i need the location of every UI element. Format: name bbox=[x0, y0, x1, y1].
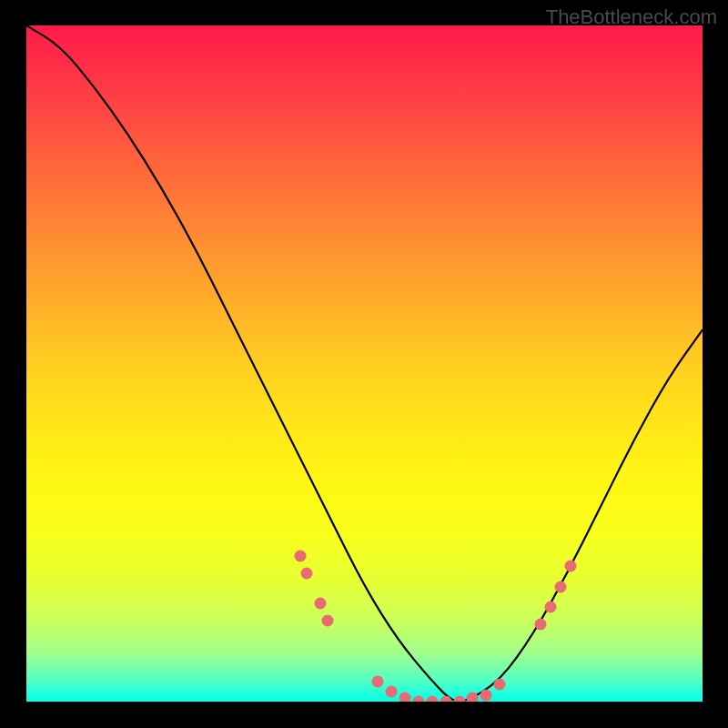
marker-dot bbox=[372, 675, 384, 687]
marker-dot bbox=[294, 551, 306, 562]
chart-area bbox=[26, 25, 703, 702]
marker-dot bbox=[440, 696, 451, 703]
marker-dot bbox=[544, 601, 556, 612]
marker-dot bbox=[453, 696, 465, 703]
marker-dot bbox=[480, 689, 492, 701]
marker-dot bbox=[386, 685, 398, 697]
marker-dot bbox=[301, 567, 313, 579]
marker-dot bbox=[494, 679, 506, 691]
marker-dot bbox=[399, 693, 411, 702]
marker-dot bbox=[554, 581, 566, 592]
watermark-text: TheBottleneck.com bbox=[546, 5, 717, 29]
marker-dot bbox=[412, 696, 424, 703]
marker-dot bbox=[534, 618, 546, 630]
marker-dots-layer bbox=[26, 25, 703, 702]
marker-dot bbox=[565, 561, 577, 572]
marker-dot bbox=[321, 614, 333, 626]
marker-dot bbox=[315, 598, 327, 610]
marker-dot bbox=[467, 693, 479, 702]
marker-dot bbox=[426, 696, 438, 703]
